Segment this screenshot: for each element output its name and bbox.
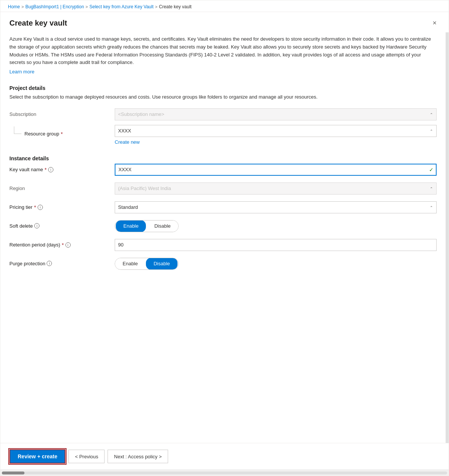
key-vault-name-required: * [45,167,47,173]
pricing-tier-info-icon[interactable]: i [38,205,43,210]
breadcrumb-sep-2: > [85,5,88,9]
panel-content: Azure Key Vault is a cloud service used … [0,32,449,443]
key-vault-name-info-icon[interactable]: i [48,167,53,172]
purge-protection-disable-button[interactable]: Disable [146,258,177,270]
region-row: Region (Asia Pacific) West India ⌃ [9,182,437,195]
horizontal-scrollbar[interactable] [0,470,449,476]
pricing-tier-label: Pricing tier * i [9,204,115,210]
subscription-label: Subscription [9,111,36,117]
soft-delete-label: Soft delete i [9,223,115,229]
page-title: Create key vault [9,19,67,27]
retention-period-required: * [62,242,64,248]
scrollbar-thumb [2,471,24,474]
region-label: Region [9,186,115,191]
project-details-desc: Select the subscription to manage deploy… [9,93,437,101]
pricing-tier-row: Pricing tier * i Standard Premium ⌃ [9,201,437,213]
breadcrumb-encryption[interactable]: BugBashImport1 | Encryption [25,4,84,9]
retention-period-info-icon[interactable]: i [65,242,71,248]
soft-delete-row: Soft delete i Enable Disable [9,220,437,232]
breadcrumb-sep-3: > [155,5,157,9]
close-button[interactable]: × [429,18,440,28]
resource-group-select[interactable]: XXXX [115,125,437,137]
pricing-tier-select[interactable]: Standard Premium [115,201,437,213]
description-text: Azure Key Vault is a cloud service used … [9,35,437,67]
learn-more-link[interactable]: Learn more [9,69,34,75]
soft-delete-info-icon[interactable]: i [34,223,39,228]
region-select-wrapper: (Asia Pacific) West India ⌃ [115,182,437,195]
indent-line [14,126,21,134]
breadcrumb-home[interactable]: Home [8,4,20,9]
soft-delete-enable-button[interactable]: Enable [116,220,146,232]
key-vault-name-input[interactable] [115,164,437,176]
resource-group-select-wrapper: XXXX ⌃ [115,125,437,137]
resource-group-indent: Resource group * [9,125,115,137]
retention-period-row: Retention period (days) * i [9,239,437,251]
soft-delete-toggle-group: Enable Disable [115,220,179,232]
previous-button[interactable]: < Previous [68,450,105,463]
next-button[interactable]: Next : Access policy > [108,450,168,463]
resource-group-control: XXXX ⌃ Create new [115,125,437,145]
panel-header: Create key vault × [0,12,449,32]
project-details-title: Project details [9,85,437,91]
key-vault-name-valid-icon: ✓ [429,167,434,173]
purge-protection-enable-button[interactable]: Enable [115,258,145,270]
subscription-select-wrapper: <Subscription name> ⌃ [115,108,437,120]
create-new-link[interactable]: Create new [115,139,140,145]
subscription-group: Subscription <Subscription name> ⌃ [9,108,437,145]
panel-footer: Review + create < Previous Next : Access… [0,443,449,470]
pricing-tier-required: * [34,204,36,210]
key-vault-name-input-wrapper: ✓ [115,164,437,176]
scrollbar-track [2,471,447,474]
region-select[interactable]: (Asia Pacific) West India [115,182,437,195]
key-vault-name-row: Key vault name * i ✓ [9,164,437,176]
pricing-tier-select-wrapper: Standard Premium ⌃ [115,201,437,213]
review-create-button[interactable]: Review + create [9,449,65,464]
breadcrumb-select-key[interactable]: Select key from Azure Key Vault [89,4,154,9]
purge-protection-label: Purge protection i [9,261,115,266]
purge-protection-toggle-group: Enable Disable [115,258,179,270]
retention-period-label: Retention period (days) * i [9,242,115,248]
breadcrumb-current: Create key vault [159,4,192,9]
key-vault-name-label: Key vault name * i [9,167,115,173]
subscription-select[interactable]: <Subscription name> [115,108,437,120]
breadcrumb: Home > BugBashImport1 | Encryption > Sel… [0,0,449,12]
breadcrumb-sep-1: > [21,5,24,9]
instance-details-title: Instance details [9,155,437,161]
resource-group-required: * [61,131,63,137]
instance-details-section: Instance details Key vault name * i ✓ [9,155,437,270]
soft-delete-disable-button[interactable]: Disable [147,220,178,232]
purge-protection-row: Purge protection i Enable Disable [9,258,437,270]
retention-period-input[interactable] [115,239,437,251]
resource-group-label: Resource group [24,131,59,137]
purge-protection-info-icon[interactable]: i [47,261,52,266]
